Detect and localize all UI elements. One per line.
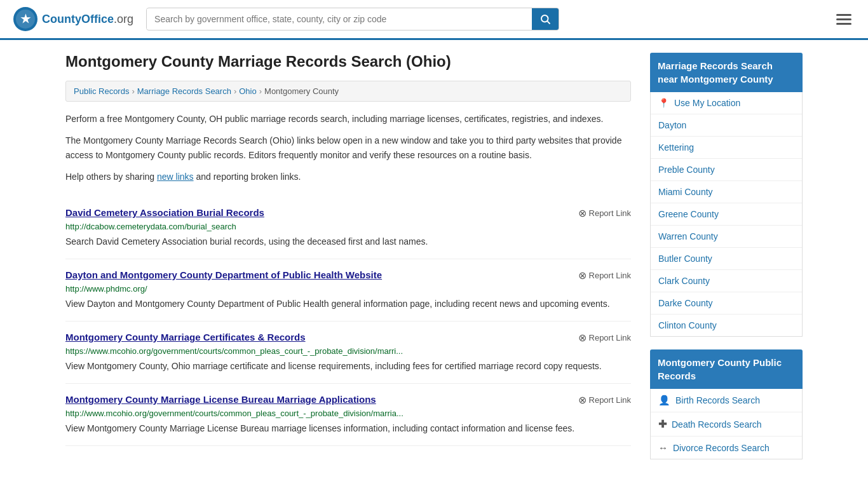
hamburger-icon — [836, 23, 851, 25]
report-link-label: Report Link — [589, 333, 631, 342]
logo-text: CountyOffice.org — [42, 13, 133, 26]
breadcrumb-marriage-records[interactable]: Marriage Records Search — [137, 86, 231, 96]
public-records-heading: Montgomery County Public Records — [650, 349, 803, 389]
nearby-items: DaytonKetteringPreble CountyMiami County… — [651, 114, 802, 336]
record-item: David Cemetery Association Burial Record… — [65, 197, 631, 259]
report-link-icon-0: ⊗ — [578, 207, 587, 219]
hamburger-button[interactable] — [832, 10, 855, 29]
arrow-icon: ↔ — [658, 442, 668, 453]
report-link-label: Report Link — [589, 208, 631, 218]
svg-text:★: ★ — [20, 13, 31, 25]
nearby-link-4[interactable]: Greene County — [658, 209, 719, 219]
nearby-link-6[interactable]: Butler County — [658, 254, 712, 264]
record-title-1[interactable]: Dayton and Montgomery County Department … — [65, 269, 382, 280]
record-url-2[interactable]: https://www.mcohio.org/government/courts… — [65, 346, 631, 356]
record-title-2[interactable]: Montgomery County Marriage Certificates … — [65, 332, 306, 342]
nearby-item-5[interactable]: Warren County — [651, 226, 802, 248]
record-title-0[interactable]: David Cemetery Association Burial Record… — [65, 207, 264, 218]
record-item: Dayton and Montgomery County Department … — [65, 259, 631, 322]
description-1: Perform a free Montgomery County, OH pub… — [65, 112, 631, 126]
nearby-item-8[interactable]: Darke County — [651, 292, 802, 315]
record-item: Montgomery County Marriage License Burea… — [65, 384, 631, 446]
breadcrumb-ohio[interactable]: Ohio — [239, 86, 256, 96]
nearby-item-6[interactable]: Butler County — [651, 248, 802, 270]
public-records-items: 👤Birth Records Search✚Death Records Sear… — [651, 389, 802, 459]
public-record-item-2[interactable]: ↔Divorce Records Search — [651, 437, 802, 459]
cross-icon: ✚ — [658, 418, 667, 430]
hamburger-icon — [836, 18, 851, 20]
logo-icon: ★ — [13, 6, 38, 32]
description-3: Help others by sharing new links and rep… — [65, 170, 631, 184]
nearby-item-0[interactable]: Dayton — [651, 114, 802, 137]
new-links-link[interactable]: new links — [157, 172, 194, 182]
public-record-link-2[interactable]: Divorce Records Search — [673, 443, 770, 453]
report-link-icon-3: ⊗ — [578, 394, 587, 406]
report-link-button-3[interactable]: ⊗ Report Link — [578, 394, 631, 406]
nearby-link-8[interactable]: Darke County — [658, 298, 713, 308]
public-records-list: 👤Birth Records Search✚Death Records Sear… — [650, 389, 803, 459]
nearby-link-7[interactable]: Clark County — [658, 276, 710, 286]
public-records-section: Montgomery County Public Records 👤Birth … — [650, 349, 803, 459]
record-url-1[interactable]: http://www.phdmc.org/ — [65, 284, 631, 294]
nearby-item-4[interactable]: Greene County — [651, 203, 802, 226]
nearby-item-9[interactable]: Clinton County — [651, 315, 802, 336]
public-record-item-1[interactable]: ✚Death Records Search — [651, 412, 802, 437]
svg-line-4 — [547, 21, 550, 24]
report-link-button-0[interactable]: ⊗ Report Link — [578, 207, 631, 219]
nearby-item-3[interactable]: Miami County — [651, 181, 802, 203]
public-record-link-1[interactable]: Death Records Search — [672, 419, 762, 430]
nearby-item-2[interactable]: Preble County — [651, 159, 802, 181]
record-desc-2: View Montgomery County, Ohio marriage ce… — [65, 360, 631, 373]
public-record-item-0[interactable]: 👤Birth Records Search — [651, 389, 802, 412]
nearby-item-1[interactable]: Kettering — [651, 137, 802, 159]
report-link-icon-2: ⊗ — [578, 332, 587, 344]
svg-point-3 — [541, 15, 548, 22]
record-title-3[interactable]: Montgomery County Marriage License Burea… — [65, 394, 376, 405]
nearby-link-2[interactable]: Preble County — [658, 165, 715, 175]
report-link-button-2[interactable]: ⊗ Report Link — [578, 332, 631, 344]
report-link-icon-1: ⊗ — [578, 269, 587, 281]
search-input[interactable] — [147, 9, 532, 29]
search-icon — [539, 13, 551, 25]
breadcrumb-current: Montgomery County — [264, 86, 339, 96]
page-title: Montgomery County Marriage Records Searc… — [65, 53, 631, 71]
record-url-0[interactable]: http://dcabow.cemeterydata.com/burial_se… — [65, 222, 631, 231]
record-desc-1: View Dayton and Montgomery County Depart… — [65, 297, 631, 311]
sidebar: Marriage Records Search near Montgomery … — [650, 53, 803, 472]
public-record-link-0[interactable]: Birth Records Search — [675, 395, 760, 405]
nearby-item-7[interactable]: Clark County — [651, 270, 802, 292]
search-button[interactable] — [532, 8, 559, 30]
nearby-link-3[interactable]: Miami County — [658, 187, 713, 197]
record-desc-3: View Montgomery County Marriage License … — [65, 422, 631, 435]
nearby-link-5[interactable]: Warren County — [658, 231, 718, 241]
record-desc-0: Search David Cemetery Association burial… — [65, 235, 631, 248]
location-pin-icon: 📍 — [658, 98, 669, 108]
report-link-label: Report Link — [589, 271, 631, 280]
records-list: David Cemetery Association Burial Record… — [65, 197, 631, 446]
record-item: Montgomery County Marriage Certificates … — [65, 322, 631, 384]
report-link-label: Report Link — [589, 395, 631, 405]
person-icon: 👤 — [658, 395, 670, 406]
nearby-section: Marriage Records Search near Montgomery … — [650, 53, 803, 337]
hamburger-icon — [836, 14, 851, 16]
use-my-location-item[interactable]: 📍 Use My Location — [651, 92, 802, 114]
report-link-button-1[interactable]: ⊗ Report Link — [578, 269, 631, 281]
breadcrumb: Public Records › Marriage Records Search… — [65, 81, 631, 102]
record-url-3[interactable]: http://www.mcohio.org/government/courts/… — [65, 409, 631, 418]
nearby-heading: Marriage Records Search near Montgomery … — [650, 53, 803, 92]
logo[interactable]: ★ CountyOffice.org — [13, 6, 133, 32]
breadcrumb-public-records[interactable]: Public Records — [74, 86, 129, 96]
nearby-list: 📍 Use My Location DaytonKetteringPreble … — [650, 92, 803, 337]
description-2: The Montgomery County Marriage Records S… — [65, 133, 631, 162]
search-bar — [146, 8, 559, 30]
use-my-location-link[interactable]: Use My Location — [674, 98, 740, 108]
nearby-link-1[interactable]: Kettering — [658, 142, 694, 152]
nearby-link-9[interactable]: Clinton County — [658, 320, 717, 330]
nearby-link-0[interactable]: Dayton — [658, 120, 686, 130]
